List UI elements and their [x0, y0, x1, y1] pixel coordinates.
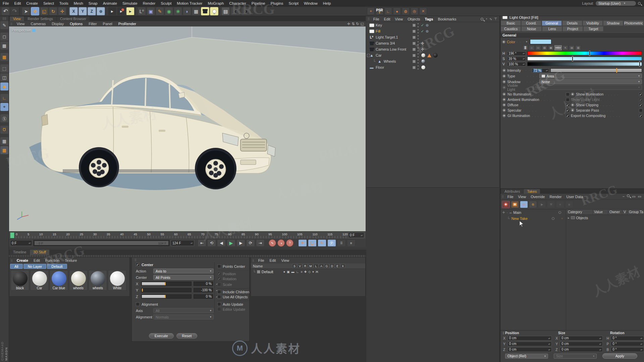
layer-toggle-icon[interactable]: ▬: [291, 270, 294, 274]
key-radio-icon[interactable]: [571, 109, 574, 112]
new-child-take-button[interactable]: ✚: [511, 201, 519, 208]
material-menu-item[interactable]: Function: [43, 258, 62, 262]
visibility-dots-icon[interactable]: ●●: [417, 28, 419, 34]
value-field[interactable]: 100 %▴▾: [507, 62, 526, 66]
workplane-icon[interactable]: ▦: [0, 53, 8, 61]
material-layer-tab[interactable]: No Layer: [23, 264, 47, 269]
viewport-menu-item[interactable]: View: [14, 22, 28, 26]
key-scale-icon[interactable]: ◱: [308, 239, 317, 247]
new-take-button[interactable]: ✚: [502, 201, 510, 208]
menu-item[interactable]: Motion Tracker: [174, 1, 205, 5]
visibility-dots-icon[interactable]: ●●: [417, 40, 419, 46]
key-pla-icon[interactable]: ⠿: [337, 239, 346, 247]
layer-chip[interactable]: [413, 48, 416, 51]
object-label[interactable]: Camera Low Front: [376, 47, 406, 51]
size-mode-dropdown[interactable]: Size▾: [554, 354, 597, 359]
window-icon[interactable]: ▭: [638, 194, 641, 199]
alignment-dropdown[interactable]: Normals▾: [153, 314, 214, 319]
enabled-check-icon[interactable]: ✓: [421, 29, 424, 34]
attribute-tab[interactable]: Noise: [521, 26, 541, 32]
material-item[interactable]: White: [108, 270, 126, 291]
key-radio-icon[interactable]: [502, 103, 506, 107]
axis-snap-icon[interactable]: ∟: [384, 7, 392, 15]
camera-icon[interactable]: [201, 7, 209, 15]
layer-toggle-icon[interactable]: ▣: [287, 270, 290, 274]
add-cube-icon[interactable]: ▣: [147, 7, 155, 15]
viewport-label[interactable]: Perspective: [12, 28, 36, 32]
takes-menu-item[interactable]: User Data: [564, 195, 586, 199]
hue-slider[interactable]: [527, 51, 642, 55]
take-render-button[interactable]: ⚒: [547, 201, 555, 208]
menu-item[interactable]: Select: [41, 1, 57, 5]
axis-value-field[interactable]: -100 %: [194, 288, 213, 292]
material-item[interactable]: Car blue: [50, 270, 68, 291]
toolbar-separator[interactable]: [67, 7, 69, 15]
lamp-orange-icon[interactable]: ◎: [411, 7, 418, 15]
deformer-icon[interactable]: ◗: [183, 7, 191, 15]
alignment-checkbox[interactable]: [136, 302, 140, 306]
menu-item[interactable]: Render: [140, 1, 158, 5]
record-help-button[interactable]: ?: [286, 239, 293, 247]
goto-end-button[interactable]: ⇥: [256, 239, 265, 247]
toolbar-separator[interactable]: [106, 7, 107, 15]
snapshot-icon[interactable]: ▤: [221, 7, 230, 15]
menu-item[interactable]: File: [0, 1, 12, 5]
attribute-tab[interactable]: Details: [562, 20, 582, 26]
menu-item[interactable]: Character: [226, 1, 249, 5]
coordinate-system-icon[interactable]: ⊕: [97, 7, 105, 15]
visibility-dots-icon[interactable]: ●●: [417, 52, 419, 58]
object-row[interactable]: − └ Light.Target.1 ●● ✓ ⊚ ✜: [366, 34, 499, 40]
menu-item[interactable]: Mesh: [71, 1, 86, 5]
coordinate-field[interactable]: 0 cm▴▾: [507, 336, 552, 341]
rotate-view-icon[interactable]: ↻: [356, 22, 359, 26]
layer-toggle-icon[interactable]: ≡: [301, 270, 302, 274]
takes-menu-item[interactable]: File: [505, 195, 516, 199]
layout-dropdown[interactable]: Startup (User)▾: [596, 1, 636, 6]
planar-workplane-icon[interactable]: ▦: [0, 146, 8, 154]
object-menu-item[interactable]: Objects: [405, 17, 422, 21]
object-row[interactable]: − └ Camera Low Front ●● ✓ ⊚ ✜: [366, 46, 499, 52]
key-radio-icon[interactable]: [502, 74, 506, 78]
material-item[interactable]: Car: [30, 270, 49, 291]
live-selection-icon[interactable]: ➤: [22, 7, 30, 15]
camera-toggle-icon[interactable]: ✜: [421, 41, 424, 46]
attribute-tab[interactable]: Project: [562, 26, 583, 32]
visibility-dots-icon[interactable]: ●●: [417, 64, 419, 70]
model-mode-icon[interactable]: ◻: [0, 33, 8, 41]
loop-button[interactable]: ⟳: [246, 239, 255, 247]
menu-item[interactable]: MoGraph: [205, 1, 226, 5]
floor-grid-icon[interactable]: ▦: [192, 7, 200, 15]
shadow-dropdown[interactable]: None▾: [539, 79, 642, 84]
key-radio-icon[interactable]: [571, 103, 574, 107]
layer-column-header[interactable]: E: [335, 264, 340, 268]
takes-menu-item[interactable]: Override: [528, 195, 547, 199]
color-picker-mode-icon[interactable]: HSV: [554, 45, 562, 50]
object-label[interactable]: Fill: [376, 29, 380, 33]
lock-y-button[interactable]: Y: [78, 7, 87, 15]
viewport-mouse-icon[interactable]: ⌖: [0, 103, 8, 111]
color-picker-mode-icon[interactable]: ▥: [575, 45, 581, 50]
menu-item[interactable]: Help: [320, 1, 334, 5]
visible-light-dropdown[interactable]: None▾: [533, 85, 642, 90]
objects-row[interactable]: ▸ Objects: [567, 215, 644, 221]
object-row[interactable]: − └ Key ●● ✓ ⊚ ✜: [366, 22, 499, 28]
coordinates-l0-icon[interactable]: L⁰: [138, 7, 146, 15]
timeline-playhead[interactable]: [10, 232, 14, 238]
key-position-icon[interactable]: ✛: [298, 239, 307, 247]
layer-toggle-icon[interactable]: ∟: [296, 270, 299, 274]
key-parameter-icon[interactable]: Ⓟ: [327, 239, 336, 247]
takes-tab[interactable]: Attributes: [501, 189, 523, 194]
viewport-menu-item[interactable]: Display: [49, 22, 67, 26]
attribute-tab[interactable]: Basic: [501, 20, 521, 26]
option-checkbox[interactable]: [217, 290, 221, 294]
saturation-field[interactable]: 39 %▴▾: [507, 57, 526, 61]
coordinate-field[interactable]: 0 cm▴▾: [560, 342, 603, 346]
record-button[interactable]: ✎: [269, 239, 276, 247]
menu-item[interactable]: Simulate: [120, 1, 140, 5]
take-row[interactable]: ✛· –Main: [500, 209, 566, 216]
layer-row[interactable]: └ Default ●▣▬∟≡✚◇▾Ж: [251, 269, 365, 275]
render-settings-icon[interactable]: ▶: [126, 7, 135, 15]
material-layer-tab[interactable]: All: [10, 264, 23, 269]
layer-toggle-icon[interactable]: ✚: [304, 270, 307, 274]
material-menu-item[interactable]: Edit: [31, 258, 43, 262]
